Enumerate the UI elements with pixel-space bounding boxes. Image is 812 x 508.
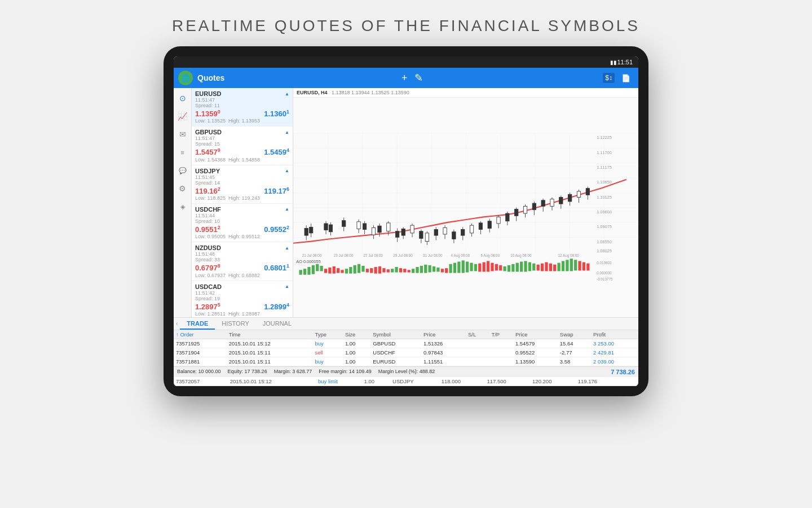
svg-rect-27 bbox=[378, 226, 381, 233]
svg-rect-67 bbox=[550, 199, 554, 207]
svg-text:23 Jul 08:00: 23 Jul 08:00 bbox=[334, 253, 354, 257]
col-order[interactable]: ↑ Order bbox=[174, 330, 227, 339]
tab-history[interactable]: HISTORY bbox=[215, 318, 256, 330]
doc-icon[interactable]: 📄 bbox=[621, 74, 630, 82]
svg-rect-71 bbox=[568, 194, 571, 202]
svg-rect-98 bbox=[349, 267, 352, 274]
add-icon[interactable]: + bbox=[401, 72, 408, 84]
svg-rect-51 bbox=[479, 223, 482, 230]
svg-rect-86 bbox=[299, 270, 302, 274]
chart-nav[interactable]: 📈 bbox=[175, 108, 191, 124]
side-nav: ⊙ 📈 ✉ ≡ 💬 ⚙ ◈ bbox=[174, 88, 192, 317]
svg-text:1.11700: 1.11700 bbox=[597, 150, 612, 155]
svg-rect-140 bbox=[524, 261, 527, 271]
svg-rect-134 bbox=[499, 265, 502, 270]
svg-rect-120 bbox=[441, 269, 444, 272]
equity-label: Equity: 17 738.26 bbox=[228, 369, 267, 375]
svg-rect-108 bbox=[391, 269, 394, 272]
svg-rect-111 bbox=[403, 269, 406, 272]
svg-rect-15 bbox=[324, 224, 328, 230]
edit-icon[interactable]: ✎ bbox=[414, 72, 423, 84]
chat-nav[interactable]: 💬 bbox=[175, 163, 191, 178]
mail-nav[interactable]: ✉ bbox=[175, 126, 191, 142]
svg-rect-90 bbox=[316, 264, 319, 271]
svg-text:1.09600: 1.09600 bbox=[597, 209, 612, 214]
svg-text:12 Aug 08:00: 12 Aug 08:00 bbox=[558, 253, 580, 258]
svg-rect-57 bbox=[506, 213, 509, 221]
svg-rect-143 bbox=[537, 265, 540, 271]
account-nav[interactable]: ◈ bbox=[175, 199, 191, 214]
svg-rect-49 bbox=[470, 225, 473, 233]
svg-rect-153 bbox=[578, 261, 581, 270]
settings-nav[interactable]: ⚙ bbox=[175, 181, 191, 196]
table-row[interactable]: 73571904 2015.10.01 15:11 sell 1.00 USDC… bbox=[174, 348, 638, 357]
tab-journal[interactable]: JOURNAL bbox=[256, 318, 298, 330]
svg-rect-17 bbox=[329, 225, 332, 232]
svg-rect-113 bbox=[412, 269, 414, 273]
tablet-screen: ▮▮ 11:51 🌐 Quotes + ✎ $↕ 📄 ⊙ 📈 ✉ ≡ 💬 ⚙ bbox=[174, 56, 638, 386]
svg-rect-110 bbox=[399, 268, 402, 272]
col-symbol: Symbol bbox=[370, 330, 421, 339]
trade-table-container: ↑ Order Time Type Size Symbol Price S/L … bbox=[174, 330, 638, 386]
chart-container: 1.12225 1.11700 1.11175 1.10650 1.10125 … bbox=[293, 98, 638, 317]
svg-text:31 Jul 08:00: 31 Jul 08:00 bbox=[423, 253, 443, 257]
quote-item-usdcad[interactable]: USDCAD ▲ 11:51:42 Spread: 19 1.28975 1.2… bbox=[192, 281, 293, 317]
svg-rect-73 bbox=[577, 191, 580, 198]
svg-rect-144 bbox=[541, 264, 544, 271]
svg-rect-136 bbox=[508, 265, 510, 272]
svg-text:AO 0.000055: AO 0.000055 bbox=[296, 259, 320, 264]
status-time: 11:51 bbox=[617, 59, 633, 65]
svg-rect-99 bbox=[354, 265, 356, 274]
status-battery: ▮▮ bbox=[610, 59, 617, 65]
quote-item-nzdusd[interactable]: NZDUSD ▲ 11:51:48 Spread: 33 0.67978 0.6… bbox=[192, 242, 293, 281]
svg-rect-128 bbox=[474, 264, 477, 271]
svg-rect-65 bbox=[541, 200, 545, 207]
svg-rect-119 bbox=[436, 268, 439, 271]
pending-row[interactable]: 73572057 2015.10.01 15:12 buy limit 1.00… bbox=[174, 377, 638, 386]
tablet-device: ▮▮ 11:51 🌐 Quotes + ✎ $↕ 📄 ⊙ 📈 ✉ ≡ 💬 ⚙ bbox=[164, 46, 648, 396]
svg-rect-116 bbox=[424, 265, 427, 273]
svg-rect-154 bbox=[582, 262, 585, 271]
svg-rect-109 bbox=[395, 267, 398, 272]
svg-rect-121 bbox=[445, 268, 448, 273]
svg-rect-95 bbox=[337, 268, 339, 273]
svg-rect-141 bbox=[528, 262, 531, 271]
quote-item-usdchf[interactable]: USDCHF ▲ 11:51:44 Spread: 10 0.95512 0.9… bbox=[192, 204, 293, 242]
svg-text:-0.013775: -0.013775 bbox=[597, 277, 613, 281]
svg-rect-39 bbox=[425, 233, 429, 242]
quote-item-gbpusd[interactable]: GBPUSD ▲ 11:51:47 Spread: 15 1.54579 1.5… bbox=[192, 126, 293, 165]
quote-item-usdjpy[interactable]: USDJPY ▲ 11:51:45 Spread: 14 119.162 119… bbox=[192, 165, 293, 204]
svg-text:1.12225: 1.12225 bbox=[597, 135, 612, 140]
svg-rect-118 bbox=[433, 266, 435, 271]
top-bar: 🌐 Quotes + ✎ $↕ 📄 bbox=[174, 68, 638, 88]
svg-rect-93 bbox=[328, 268, 331, 274]
news-nav[interactable]: ≡ bbox=[175, 144, 191, 160]
svg-rect-101 bbox=[361, 266, 364, 272]
quotes-nav[interactable]: ⊙ bbox=[175, 90, 191, 106]
main-content: ⊙ 📈 ✉ ≡ 💬 ⚙ ◈ EURUSD ▲ 11:51:47 Spread: … bbox=[174, 88, 638, 317]
svg-rect-125 bbox=[462, 260, 465, 273]
bottom-tabs: ‹ TRADE HISTORY JOURNAL bbox=[174, 317, 638, 330]
app-logo: 🌐 bbox=[178, 71, 193, 85]
trade-table: ↑ Order Time Type Size Symbol Price S/L … bbox=[174, 330, 638, 366]
svg-rect-151 bbox=[570, 259, 573, 271]
svg-text:1.10125: 1.10125 bbox=[597, 195, 612, 200]
currency-icon[interactable]: $↕ bbox=[603, 73, 615, 83]
svg-rect-29 bbox=[387, 223, 390, 231]
svg-rect-103 bbox=[370, 268, 373, 273]
table-row[interactable]: 73571925 2015.10.01 15:12 buy 1.00 GBPUS… bbox=[174, 339, 638, 348]
svg-rect-33 bbox=[401, 229, 405, 235]
svg-rect-69 bbox=[559, 198, 563, 204]
svg-rect-142 bbox=[532, 264, 535, 271]
table-row[interactable]: 73571881 2015.10.01 15:11 buy 1.00 EURUS… bbox=[174, 357, 638, 366]
tab-trade[interactable]: TRADE bbox=[180, 318, 215, 330]
svg-rect-45 bbox=[452, 232, 456, 239]
svg-rect-43 bbox=[443, 227, 447, 234]
tab-arrow[interactable]: ‹ bbox=[174, 321, 180, 327]
svg-text:1.10650: 1.10650 bbox=[597, 179, 612, 185]
svg-rect-92 bbox=[324, 269, 327, 273]
svg-text:1.11175: 1.11175 bbox=[597, 165, 612, 170]
quote-item-eurusd[interactable]: EURUSD ▲ 11:51:47 Spread: 11 1.13590 1.1… bbox=[192, 88, 293, 126]
svg-text:4 Aug 08:00: 4 Aug 08:00 bbox=[451, 253, 470, 258]
svg-text:27 Jul 08:00: 27 Jul 08:00 bbox=[364, 253, 383, 257]
